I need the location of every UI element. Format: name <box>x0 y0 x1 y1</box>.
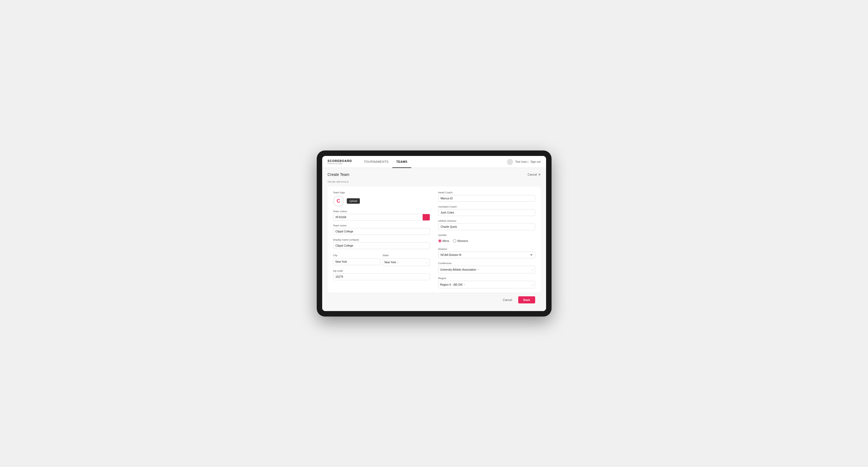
nav-logo: SCOREBOARD Powered by clippi <box>328 159 352 164</box>
conference-label: Conference <box>438 261 535 264</box>
region-chevron-icon: ⌄ <box>531 283 533 286</box>
region-select[interactable]: Region II - (M) DIII × ⌄ <box>438 281 535 288</box>
conference-select[interactable]: University Athletic Association × ⌄ <box>438 266 535 273</box>
gender-group: Gender Mens Womens <box>438 234 535 244</box>
form-footer: Cancel Save <box>328 293 540 307</box>
nav-user-area: Test User | Sign out <box>507 159 540 165</box>
sign-out-link[interactable]: Sign out <box>530 160 540 163</box>
color-input-row <box>333 214 430 221</box>
athletic-director-group: Athletic Director <box>438 219 535 230</box>
tablet-screen: SCOREBOARD Powered by clippi TOURNAMENTS… <box>322 156 546 311</box>
division-group: Division NCAA Division III <box>438 247 535 258</box>
page-content: Create Team Cancel ✕ TEAM DETAILS <box>322 168 546 311</box>
zip-code-group: Zip code <box>333 269 430 280</box>
conference-group: Conference University Athletic Associati… <box>438 261 535 273</box>
state-field: State New York × ⌄ <box>382 252 430 266</box>
upload-button[interactable]: Upload <box>347 198 360 204</box>
display-name-label: Display name (unique) <box>333 238 430 241</box>
assistant-coach-label: Assistant Coach <box>438 205 535 208</box>
team-name-label: Team name <box>333 224 430 227</box>
form-grid: Team logo C Upload Team colour <box>333 191 535 288</box>
region-label: Region <box>438 277 535 280</box>
gender-mens-label[interactable]: Mens <box>438 239 449 243</box>
division-label: Division <box>438 247 535 250</box>
nav-bar: SCOREBOARD Powered by clippi TOURNAMENTS… <box>322 156 546 168</box>
head-coach-label: Head Coach <box>438 191 535 194</box>
avatar <box>507 159 513 165</box>
form-card: Team logo C Upload Team colour <box>328 187 540 293</box>
team-logo-group: Team logo C Upload <box>333 191 430 207</box>
state-chevron-icon: ⌄ <box>426 261 428 263</box>
logo-subtitle: Powered by clippi <box>328 162 352 164</box>
city-input[interactable] <box>333 258 381 265</box>
state-clear-icon[interactable]: × <box>397 261 398 263</box>
section-label: TEAM DETAILS <box>328 181 540 183</box>
city-state-row: City State New York × ⌄ <box>333 252 430 266</box>
athletic-director-input[interactable] <box>438 223 535 230</box>
page-title-text: Create Team <box>328 172 349 177</box>
zip-label: Zip code <box>333 269 430 272</box>
nav-tournaments[interactable]: TOURNAMENTS <box>360 156 392 168</box>
region-value: Region II - (M) DIII <box>440 283 463 286</box>
gender-radio-group: Mens Womens <box>438 238 535 244</box>
color-swatch[interactable] <box>423 214 430 221</box>
state-label: State <box>382 254 389 257</box>
conference-chevron-icon: ⌄ <box>531 268 533 271</box>
gender-label: Gender <box>438 234 535 237</box>
state-select[interactable]: New York × ⌄ <box>382 258 430 266</box>
athletic-director-label: Athletic Director <box>438 219 535 222</box>
state-tag: New York <box>384 261 396 264</box>
tablet-frame: SCOREBOARD Powered by clippi TOURNAMENTS… <box>317 151 552 316</box>
close-icon: ✕ <box>538 173 540 177</box>
gender-womens-label[interactable]: Womens <box>453 239 468 243</box>
division-select[interactable]: NCAA Division III <box>438 251 535 258</box>
display-name-group: Display name (unique) <box>333 238 430 249</box>
head-coach-group: Head Coach <box>438 191 535 202</box>
form-left-column: Team logo C Upload Team colour <box>333 191 430 288</box>
cancel-button[interactable]: Cancel <box>500 297 516 303</box>
city-field: City <box>333 252 381 266</box>
logo-title: SCOREBOARD <box>328 159 352 162</box>
assistant-coach-input[interactable] <box>438 209 535 216</box>
cancel-top-button[interactable]: Cancel ✕ <box>528 173 540 177</box>
team-logo-label: Team logo <box>333 191 430 194</box>
gender-womens-radio[interactable] <box>453 239 456 243</box>
conference-clear-icon[interactable]: × <box>477 268 478 271</box>
team-name-input[interactable] <box>333 228 430 235</box>
team-colour-input[interactable] <box>333 214 423 221</box>
page-header: Create Team Cancel ✕ <box>328 172 540 177</box>
team-logo-circle: C <box>333 195 344 207</box>
region-group: Region Region II - (M) DIII × ⌄ <box>438 277 535 288</box>
display-name-input[interactable] <box>333 242 430 249</box>
logo-row: C Upload <box>333 195 430 207</box>
city-state-group: City State New York × ⌄ <box>333 252 430 266</box>
conference-value: University Athletic Association <box>440 268 476 271</box>
gender-mens-radio[interactable] <box>438 239 441 243</box>
form-right-column: Head Coach Assistant Coach Athletic Dire… <box>438 191 535 288</box>
nav-links: TOURNAMENTS TEAMS <box>360 156 507 168</box>
head-coach-input[interactable] <box>438 195 535 202</box>
region-clear-icon[interactable]: × <box>464 283 465 286</box>
save-button[interactable]: Save <box>518 296 535 303</box>
team-name-group: Team name <box>333 224 430 235</box>
team-colour-group: Team colour <box>333 210 430 221</box>
zip-input[interactable] <box>333 273 430 280</box>
nav-teams[interactable]: TEAMS <box>392 156 411 168</box>
city-label: City <box>333 254 338 257</box>
user-name: Test User | <box>515 160 528 163</box>
team-colour-label: Team colour <box>333 210 430 213</box>
assistant-coach-group: Assistant Coach <box>438 205 535 216</box>
